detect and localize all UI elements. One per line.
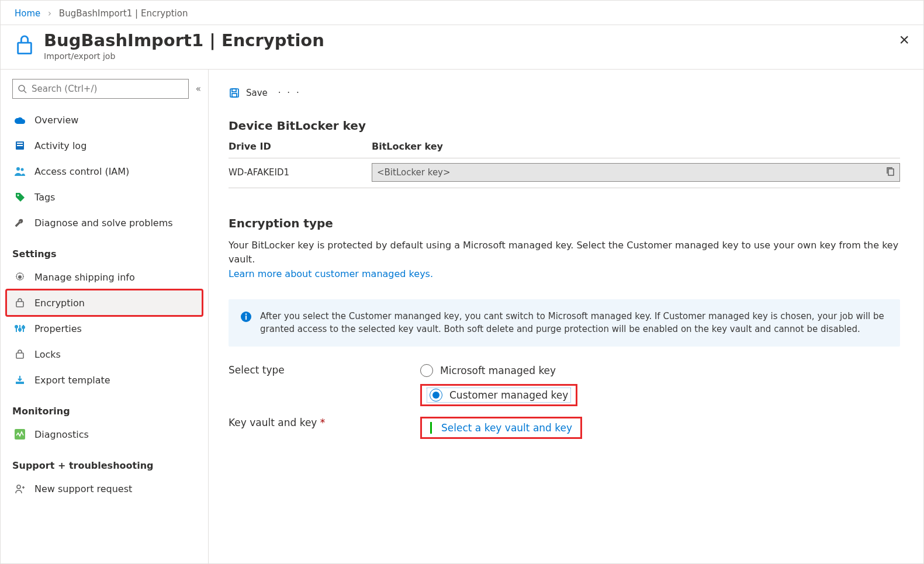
select-type-row: Select type Microsoft managed key Custom…	[229, 364, 900, 406]
sidebar-item-label: Diagnose and solve problems	[34, 217, 173, 229]
radio-icon	[430, 389, 442, 402]
highlight-box: Customer managed key	[420, 384, 577, 406]
sidebar-item-iam[interactable]: Access control (IAM)	[6, 158, 202, 184]
table-row: WD-AFAKEID1 <BitLocker key>	[229, 158, 900, 188]
col-drive-id: Drive ID	[229, 141, 372, 158]
sidebar-item-export-template[interactable]: Export template	[6, 367, 202, 393]
learn-more-link[interactable]: Learn more about customer managed keys.	[229, 268, 433, 279]
svg-rect-26	[245, 316, 247, 320]
sliders-icon	[13, 323, 26, 334]
breadcrumb: Home › BugBashImport1 | Encryption	[1, 1, 923, 25]
save-button[interactable]: Save	[229, 87, 268, 99]
radio-customer-managed[interactable]: Customer managed key	[430, 389, 568, 402]
radio-label: Customer managed key	[449, 389, 568, 401]
search-icon	[18, 84, 27, 94]
svg-rect-21	[230, 89, 238, 97]
content-pane: Save · · · Device BitLocker key Drive ID…	[209, 70, 923, 564]
sidebar-item-label: Tags	[34, 192, 55, 203]
search-input[interactable]: Search (Ctrl+/)	[12, 79, 189, 99]
sidebar-item-label: Locks	[34, 349, 61, 360]
tag-icon	[13, 192, 26, 202]
required-icon: *	[320, 417, 326, 428]
bitlocker-heading: Device BitLocker key	[229, 119, 900, 133]
info-banner: After you select the Customer mananged k…	[229, 299, 900, 347]
collapse-sidebar-icon[interactable]: «	[196, 84, 201, 94]
copy-icon[interactable]	[886, 167, 895, 178]
key-vault-label: Key vault and key *	[229, 417, 420, 428]
close-icon[interactable]: ×	[899, 31, 909, 49]
breadcrumb-sep-icon: ›	[48, 8, 51, 19]
sidebar-group-support: Support + troubleshooting	[12, 460, 196, 471]
svg-rect-23	[232, 94, 237, 97]
svg-rect-17	[16, 353, 23, 358]
col-bitlocker-key: BitLocker key	[372, 141, 900, 158]
svg-rect-18	[16, 382, 24, 384]
page-header: BugBashImport1 | Encryption Import/expor…	[1, 25, 923, 70]
sidebar-item-label: Diagnostics	[34, 429, 89, 440]
toolbar: Save · · ·	[229, 87, 900, 99]
breadcrumb-home[interactable]: Home	[15, 8, 40, 19]
sidebar-item-tags[interactable]: Tags	[6, 184, 202, 210]
svg-rect-5	[17, 145, 23, 146]
sidebar-group-monitoring: Monitoring	[12, 406, 196, 417]
sidebar-group-settings: Settings	[12, 248, 196, 259]
sidebar-item-support-request[interactable]: New support request	[6, 476, 202, 501]
svg-point-1	[19, 85, 25, 91]
save-icon	[229, 87, 240, 99]
sidebar-item-locks[interactable]: Locks	[6, 341, 202, 367]
encryption-type-heading: Encryption type	[229, 216, 900, 230]
svg-rect-24	[888, 169, 894, 175]
key-vault-row: Key vault and key * Select a key vault a…	[229, 417, 900, 439]
cloud-icon	[13, 114, 26, 126]
lock-icon	[13, 297, 26, 308]
select-type-label: Select type	[229, 364, 420, 376]
svg-point-27	[245, 313, 247, 315]
sidebar-item-label: Access control (IAM)	[34, 166, 129, 177]
radio-label: Microsoft managed key	[440, 365, 556, 376]
people-icon	[13, 166, 26, 177]
support-icon	[13, 483, 26, 494]
svg-point-15	[19, 328, 21, 331]
sidebar-item-overview[interactable]: Overview	[6, 107, 202, 133]
bitlocker-table: Drive ID BitLocker key WD-AFAKEID1 <BitL…	[229, 141, 900, 188]
sidebar-item-label: Activity log	[34, 140, 86, 151]
wrench-icon	[13, 217, 26, 228]
sidebar-item-encryption[interactable]: Encryption	[6, 290, 202, 316]
page-subtitle: Import/export job	[44, 51, 899, 61]
svg-point-14	[15, 326, 18, 328]
lock-icon	[15, 33, 34, 58]
more-button[interactable]: · · ·	[278, 88, 301, 98]
sidebar-item-activity-log[interactable]: Activity log	[6, 133, 202, 158]
highlight-box: Select a key vault and key	[420, 417, 582, 439]
svg-point-16	[22, 326, 25, 328]
sidebar-item-label: Manage shipping info	[34, 272, 135, 283]
sidebar-item-label: Properties	[34, 323, 82, 334]
svg-point-7	[21, 168, 24, 171]
sidebar-item-label: Encryption	[34, 297, 85, 309]
lock-icon	[13, 349, 26, 359]
bitlocker-key-value: <BitLocker key>	[377, 167, 451, 178]
diagnostics-icon	[13, 429, 26, 440]
breadcrumb-current: BugBashImport1 | Encryption	[59, 8, 188, 19]
sidebar-item-diagnose[interactable]: Diagnose and solve problems	[6, 210, 202, 236]
info-icon	[240, 311, 252, 323]
page-title: BugBashImport1 | Encryption	[44, 31, 899, 50]
search-placeholder: Search (Ctrl+/)	[32, 84, 97, 94]
log-icon	[13, 140, 26, 151]
svg-rect-19	[15, 429, 25, 440]
info-text: After you select the Customer mananged k…	[260, 310, 888, 336]
radio-microsoft-managed[interactable]: Microsoft managed key	[420, 364, 577, 377]
encryption-description: Your BitLocker key is protected by defau…	[229, 238, 900, 265]
svg-point-20	[17, 485, 20, 489]
sidebar-item-shipping[interactable]: Manage shipping info	[6, 264, 202, 290]
svg-point-6	[16, 167, 20, 171]
svg-rect-22	[232, 89, 236, 92]
sidebar-item-properties[interactable]: Properties	[6, 316, 202, 341]
sidebar-item-diagnostics[interactable]: Diagnostics	[6, 421, 202, 447]
select-key-vault-link[interactable]: Select a key vault and key	[430, 422, 572, 434]
export-icon	[13, 375, 26, 385]
svg-point-8	[18, 195, 19, 196]
bitlocker-key-field[interactable]: <BitLocker key>	[372, 163, 900, 182]
save-label: Save	[246, 88, 268, 98]
drive-id-cell: WD-AFAKEID1	[229, 158, 372, 188]
